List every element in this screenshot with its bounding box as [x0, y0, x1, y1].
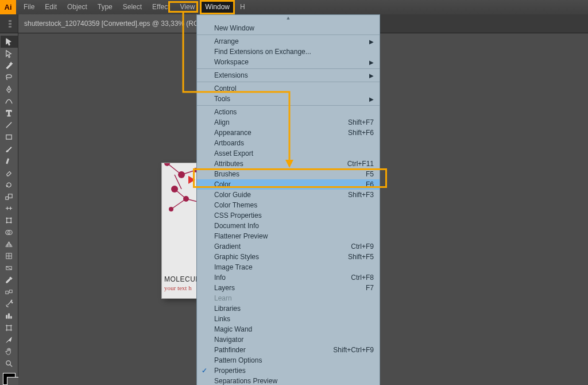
menu-item-artboards[interactable]: Artboards	[197, 138, 380, 148]
paintbrush-tool[interactable]	[1, 143, 18, 155]
menu-item-document-info[interactable]: Document Info	[197, 221, 380, 231]
menu-item-css-properties[interactable]: CSS Properties	[197, 210, 380, 221]
menu-item-pattern-options[interactable]: Pattern Options	[197, 355, 380, 365]
menu-item-appearance[interactable]: AppearanceShift+F6	[197, 128, 380, 138]
lasso-tool[interactable]	[1, 71, 18, 83]
menu-bar: Ai File Edit Object Type Select Effect V…	[0, 0, 588, 14]
direct-selection-tool[interactable]	[1, 48, 18, 60]
menu-item-learn: Learn	[197, 293, 380, 303]
pen-tool[interactable]	[1, 83, 18, 95]
svg-point-30	[164, 163, 170, 166]
curvature-tool[interactable]	[1, 95, 18, 107]
column-graph-tool[interactable]	[1, 310, 18, 322]
menu-item-pathfinder[interactable]: PathfinderShift+Ctrl+F9	[197, 345, 380, 355]
type-tool[interactable]	[1, 107, 18, 120]
menu-edit[interactable]: Edit	[40, 0, 62, 14]
artwork-title: MOLECUL	[164, 275, 198, 283]
menu-item-arrange[interactable]: Arrange▶	[197, 36, 380, 47]
magic-wand-tool[interactable]	[1, 60, 18, 72]
svg-line-22	[10, 365, 12, 367]
menu-object[interactable]: Object	[62, 0, 92, 14]
gradient-tool[interactable]	[1, 262, 18, 274]
menu-item-new-window[interactable]: New Window	[197, 23, 380, 33]
menu-item-separations-preview[interactable]: Separations Preview	[197, 376, 380, 385]
submenu-arrow-icon: ▶	[369, 72, 374, 79]
menu-item-attributes[interactable]: AttributesCtrl+F11	[197, 159, 380, 169]
svg-point-31	[178, 171, 185, 178]
menu-item-navigator[interactable]: Navigator	[197, 334, 380, 345]
menu-select[interactable]: Select	[118, 0, 147, 14]
tools-panel	[0, 33, 18, 385]
menu-help[interactable]: H	[235, 0, 250, 14]
zoom-tool[interactable]	[1, 357, 18, 369]
svg-point-21	[6, 361, 11, 365]
menu-item-magic-wand[interactable]: Magic Wand	[197, 324, 380, 334]
svg-rect-5	[9, 194, 13, 198]
menu-type[interactable]: Type	[92, 0, 118, 14]
submenu-arrow-icon: ▶	[369, 59, 374, 66]
menu-file[interactable]: File	[18, 0, 40, 14]
menu-item-color-guide[interactable]: Color GuideShift+F3	[197, 190, 380, 200]
svg-point-1	[9, 88, 10, 90]
menu-item-workspace[interactable]: Workspace▶	[197, 57, 380, 67]
slice-tool[interactable]	[1, 334, 18, 346]
fill-stroke-swatch[interactable]	[3, 373, 16, 385]
svg-rect-6	[7, 218, 11, 223]
menu-item-color-themes[interactable]: Color Themes	[197, 200, 380, 210]
menu-item-info[interactable]: InfoCtrl+F8	[197, 272, 380, 283]
svg-line-2	[6, 122, 11, 128]
menu-item-actions[interactable]: Actions	[197, 107, 380, 117]
svg-rect-16	[9, 290, 12, 292]
svg-marker-39	[188, 176, 195, 184]
eraser-tool[interactable]	[1, 167, 18, 179]
submenu-arrow-icon: ▶	[369, 38, 374, 45]
shaper-tool[interactable]	[1, 155, 18, 167]
menu-item-extensions[interactable]: Extensions▶	[197, 70, 380, 80]
svg-point-8	[10, 218, 11, 219]
menu-item-properties[interactable]: Properties	[197, 365, 380, 376]
width-tool[interactable]	[1, 203, 18, 215]
scale-tool[interactable]	[1, 191, 18, 203]
selection-tool[interactable]	[1, 36, 18, 48]
rotate-tool[interactable]	[1, 179, 18, 191]
menu-window[interactable]: Window	[200, 0, 235, 14]
menu-item-align[interactable]: AlignShift+F7	[197, 117, 380, 128]
menu-item-tools[interactable]: Tools▶	[197, 94, 380, 104]
artwork-molecules	[162, 163, 198, 226]
menu-item-color[interactable]: ColorF6	[197, 179, 380, 190]
line-segment-tool[interactable]	[1, 119, 18, 131]
menu-item-links[interactable]: Links	[197, 314, 380, 324]
blend-tool[interactable]	[1, 286, 18, 298]
artboard-tool[interactable]	[1, 322, 18, 334]
menu-item-gradient[interactable]: GradientCtrl+F9	[197, 241, 380, 252]
svg-point-7	[6, 218, 7, 219]
menu-item-libraries[interactable]: Libraries	[197, 303, 380, 314]
menu-item-asset-export[interactable]: Asset Export	[197, 148, 380, 159]
rectangle-tool[interactable]	[1, 131, 18, 143]
menu-item-layers[interactable]: LayersF7	[197, 283, 380, 293]
menu-item-control[interactable]: Control	[197, 83, 380, 94]
menu-view[interactable]: View	[175, 0, 200, 14]
submenu-arrow-icon: ▶	[369, 96, 374, 102]
svg-point-34	[171, 186, 178, 192]
app-icon: Ai	[0, 0, 16, 14]
hand-tool[interactable]	[1, 346, 18, 358]
menu-item-find-extensions[interactable]: Find Extensions on Exchange...	[197, 47, 380, 57]
menu-item-image-trace[interactable]: Image Trace	[197, 262, 380, 272]
shape-builder-tool[interactable]	[1, 226, 18, 238]
menu-item-brushes[interactable]: BrushesF5	[197, 169, 380, 179]
symbol-sprayer-tool[interactable]	[1, 298, 18, 310]
perspective-grid-tool[interactable]	[1, 238, 18, 251]
window-menu-dropdown: ▲ New Window Arrange▶ Find Extensions on…	[196, 14, 380, 385]
menu-scroll-up[interactable]: ▲	[197, 15, 380, 23]
free-transform-tool[interactable]	[1, 214, 18, 226]
menu-item-graphic-styles[interactable]: Graphic StylesShift+F5	[197, 252, 380, 262]
menu-effect[interactable]: Effect	[147, 0, 175, 14]
artwork-subtitle: your text h	[164, 284, 192, 291]
svg-point-35	[183, 196, 189, 202]
menu-item-flattener-preview[interactable]: Flattener Preview	[197, 231, 380, 241]
eyedropper-tool[interactable]	[1, 274, 18, 286]
mesh-tool[interactable]	[1, 251, 18, 263]
svg-rect-3	[6, 135, 11, 140]
toolbar-handle[interactable]	[2, 14, 18, 33]
